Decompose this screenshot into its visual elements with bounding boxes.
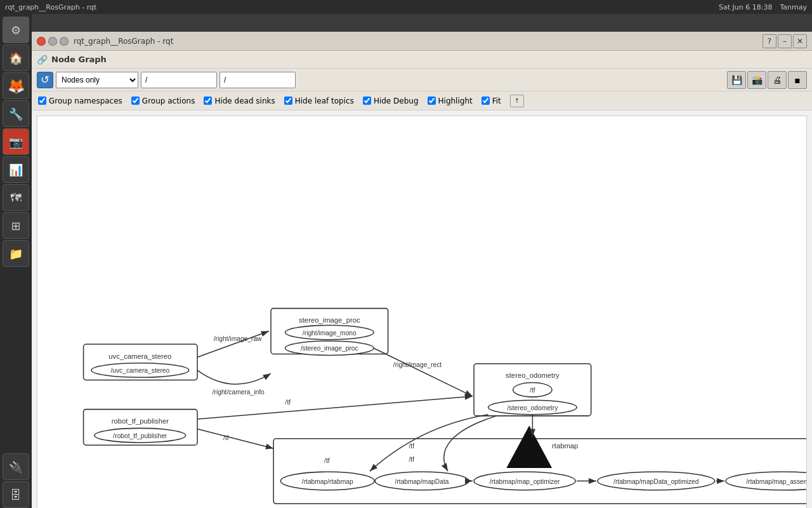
help-button[interactable]: ? <box>763 34 776 48</box>
edge-label-tf1: /tf <box>285 399 291 406</box>
node-stereo-odometry-topic-label: /stereo_odometry <box>508 404 559 411</box>
display-mode-dropdown[interactable]: Nodes only <box>56 72 138 88</box>
node-robot-tf-publisher-topic-label: /robot_tf_publisher <box>113 432 167 439</box>
edge-label-tf3: /tf <box>409 443 414 450</box>
node-robot-tf-publisher-label: robot_tf_publisher <box>112 417 169 425</box>
node-stereo-odometry-label: stereo_odometry <box>506 371 560 379</box>
edge-right-image-rect <box>374 348 473 396</box>
app-name: rqt_graph__RosGraph - rqt <box>5 3 96 11</box>
sidebar-icon-home[interactable]: 🏠 <box>3 44 29 71</box>
settings-button[interactable]: ▪ <box>788 71 807 89</box>
sidebar-icon-system[interactable]: ⚙ <box>3 17 29 43</box>
node-rtabmap-label: rtabmap <box>552 442 578 450</box>
minimize-app-button[interactable]: – <box>778 34 792 48</box>
node-rtabmap-rtabmap-label: /rtabmap/rtabmap <box>302 478 353 485</box>
node-stereo-image-proc-topic-label: /stereo_image_proc <box>301 345 358 352</box>
sidebar-icon-camera[interactable]: 📷 <box>3 128 29 155</box>
fit-key-badge[interactable]: ↑ <box>510 95 524 107</box>
node-rtabmap-map-optimizer-label: /rtabmap/map_optimizer <box>490 478 560 485</box>
fit-checkbox[interactable]: Fit <box>481 97 501 105</box>
group-actions-checkbox[interactable]: Group actions <box>131 97 195 105</box>
filter1-input[interactable] <box>141 72 217 88</box>
screenshot-button[interactable]: 📸 <box>747 71 766 89</box>
edge-label-right-image-rect: /right/image_rect <box>393 361 442 368</box>
sidebar-icon-rviz[interactable]: 🗺 <box>3 184 29 211</box>
group-namespaces-checkbox[interactable]: Group namespaces <box>38 97 122 105</box>
sidebar-icon-settings[interactable]: 🔧 <box>3 100 29 127</box>
sidebar-icon-files[interactable]: 📁 <box>3 240 29 267</box>
edge-label-tf4: /tf <box>409 456 414 463</box>
hide-leaf-topics-checkbox[interactable]: Hide leaf topics <box>284 97 354 105</box>
close-button[interactable] <box>37 37 46 46</box>
app-window-title: rqt_graph__RosGraph - rqt <box>74 37 757 46</box>
edge-label-tf2: /tf <box>223 434 229 441</box>
edge-label-tf5: /tf <box>324 457 330 464</box>
node-uvc-camera-stereo-label: uvc_camera_stereo <box>108 352 171 360</box>
close-app-button[interactable]: ✕ <box>793 34 807 48</box>
edge-right-camera-info <box>197 370 271 384</box>
minimize-button[interactable] <box>48 37 57 46</box>
datetime: Sat Jun 6 18:38 <box>719 3 772 11</box>
sidebar-icon-monitor[interactable]: 📊 <box>3 156 29 183</box>
node-uvc-camera-stereo-topic-label: /uvc_camera_stereo <box>110 367 169 374</box>
node-rtabmap-mapdata-label: /rtabmap/mapData <box>395 478 449 485</box>
node-graph-title: Node Graph <box>51 55 107 64</box>
highlight-checkbox[interactable]: Highlight <box>428 97 473 105</box>
username: Tanmay <box>780 3 807 11</box>
node-rtabmap-map-assembler-label: /rtabmap/map_assembler <box>746 478 806 485</box>
refresh-button[interactable]: ↺ <box>37 72 53 88</box>
node-rtabmap-mapdata-optimized-label: /rtabmap/mapData_optimized <box>613 478 699 485</box>
sidebar-icon-grid[interactable]: ⊞ <box>3 212 29 239</box>
hide-debug-checkbox[interactable]: Hide Debug <box>363 97 419 105</box>
edge-label-right-camera-info: /right/camera_info <box>213 389 265 396</box>
node-graph-icon: 🔗 <box>37 55 48 65</box>
edge-tf-to-stereo <box>197 396 473 419</box>
sidebar-icon-firefox[interactable]: 🦊 <box>3 72 29 99</box>
edge-label-right-image-raw: /right/image_raw <box>214 335 262 342</box>
sidebar-icon-bottom[interactable]: 🗄 <box>3 481 29 508</box>
node-tf-label1: /tf <box>530 387 535 394</box>
filter2-input[interactable] <box>219 72 296 88</box>
print-button[interactable]: 🖨 <box>768 71 787 89</box>
edge-tf-to-rtabmap <box>197 429 273 448</box>
restore-button[interactable] <box>60 37 69 46</box>
node-right-image-mono-label: /right/image_mono <box>303 330 357 337</box>
hide-dead-sinks-checkbox[interactable]: Hide dead sinks <box>204 97 275 105</box>
node-stereo-image-proc-label: stereo_image_proc <box>299 316 360 324</box>
save-button[interactable]: 💾 <box>727 71 746 89</box>
sidebar-icon-plugin[interactable]: 🔌 <box>3 453 29 480</box>
